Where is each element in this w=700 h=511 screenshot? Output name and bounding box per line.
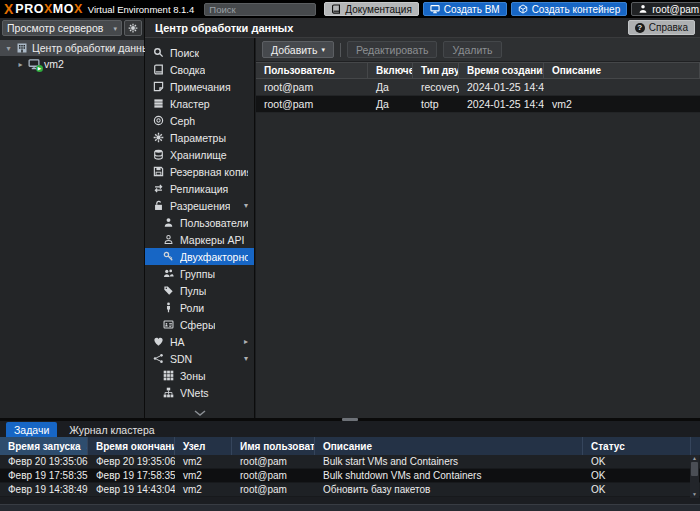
scroll-down-icon[interactable]: ▼ (692, 491, 697, 498)
nav-scroll-down-icon[interactable] (145, 410, 255, 416)
view-select[interactable]: Просмотр серверов ▾ (2, 20, 122, 36)
scroll-up-icon[interactable]: ▲ (692, 455, 697, 462)
create-vm-button[interactable]: Создать ВМ (423, 2, 507, 16)
column-header[interactable]: Описание (315, 437, 583, 455)
nav-item-person[interactable]: Роли (145, 299, 254, 316)
table-cell: 2024-01-25 14:47:48 (459, 96, 544, 112)
column-header[interactable]: Включе... (368, 63, 413, 78)
nav-item-network[interactable]: SDN▾ (145, 350, 254, 367)
table-cell: Да (368, 96, 413, 112)
nav-item-label: Сводка (170, 64, 205, 76)
table-row[interactable]: Февр 19 14:38:49Февр 19 14:43:04vm2root@… (0, 483, 700, 497)
nav-item-grid[interactable]: Зоны (145, 367, 254, 384)
nav-item-users[interactable]: Группы (145, 265, 254, 282)
global-search-input[interactable] (204, 3, 316, 16)
column-header-label: Статус (591, 441, 625, 452)
tasks-scrollbar[interactable]: ▲ ▼ (690, 455, 699, 498)
network-icon (153, 353, 165, 364)
id-card-icon (163, 319, 175, 330)
nav-item-label: Репликация (170, 183, 228, 195)
nav-item-replication[interactable]: Репликация (145, 180, 254, 197)
table-cell: root@pam (232, 455, 315, 468)
nav-item-label: Резервная копия (170, 166, 248, 178)
nav-item-user-outline[interactable]: Маркеры API (145, 231, 254, 248)
table-cell: Февр 20 19:35:06 (88, 455, 175, 468)
tab-cluster-log[interactable]: Журнал кластера (61, 422, 162, 437)
chevron-down-icon[interactable]: ▾ (4, 44, 13, 53)
column-header-label: Время создания (467, 65, 544, 76)
nav-item-save[interactable]: Резервная копия (145, 163, 254, 180)
nav-item-sitemap[interactable]: VNets (145, 384, 254, 401)
nav-item-label: Группы (180, 268, 215, 280)
nav-item-unlock[interactable]: Разрешения▾ (145, 197, 254, 214)
add-button[interactable]: Добавить ▾ (262, 41, 334, 58)
main-content: Добавить ▾ Редактировать Удалить Пользов… (256, 38, 700, 418)
tab-tasks[interactable]: Задачи (6, 422, 57, 437)
tree-settings-button[interactable] (124, 20, 142, 36)
column-header[interactable]: Пользователь (256, 63, 368, 78)
user-menu-button[interactable]: root@pam ▾ (631, 2, 700, 16)
scrollbar-thumb[interactable] (691, 462, 698, 476)
proxmox-logo: X PROXMOX Virtual Environment 8.1.4 (4, 2, 194, 16)
proxmox-logo-icon: X (4, 2, 13, 16)
table-row[interactable]: root@pamДаtotp2024-01-25 14:47:48vm2 (256, 96, 700, 113)
tree-item-label: Центр обработки данных (32, 42, 155, 54)
nav-item-label: Зоны (180, 370, 206, 382)
create-container-button[interactable]: Создать контейнер (511, 2, 628, 16)
unlock-icon (153, 200, 165, 211)
table-row[interactable]: root@pamДаrecovery2024-01-25 14:44:17 (256, 79, 700, 96)
book-icon (153, 64, 165, 75)
table-cell: vm2 (544, 96, 700, 112)
replication-icon (153, 183, 165, 194)
column-header[interactable]: Тип дву... (413, 63, 459, 78)
table-cell (544, 79, 700, 95)
tree-item-datacenter[interactable]: ▾Центр обработки данных (0, 40, 144, 56)
help-button[interactable]: ? Справка (628, 20, 695, 35)
column-header[interactable]: Время окончания (88, 437, 175, 455)
nav-item-note[interactable]: Примечания (145, 78, 254, 95)
cluster-icon (153, 98, 165, 109)
heart-icon (153, 336, 165, 347)
column-header[interactable]: Имя пользователя (232, 437, 315, 455)
documentation-button[interactable]: Документация (324, 2, 419, 16)
nav-item-label: Примечания (170, 81, 231, 93)
nav-item-user[interactable]: Пользователи (145, 214, 254, 231)
chevron-right-icon[interactable]: ▸ (16, 60, 25, 69)
nav-item-cluster[interactable]: Кластер (145, 95, 254, 112)
table-cell: vm2 (175, 469, 232, 482)
delete-button[interactable]: Удалить (443, 41, 501, 58)
table-cell: Февр 19 14:38:49 (0, 483, 88, 496)
nav-item-gear[interactable]: Параметры (145, 129, 254, 146)
column-header-label: Тип дву... (421, 65, 459, 76)
save-icon (153, 166, 165, 177)
nav-item-database[interactable]: Хранилище (145, 146, 254, 163)
add-label: Добавить (271, 44, 317, 56)
book-icon (331, 4, 341, 14)
nav-item-id-card[interactable]: Сферы (145, 316, 254, 333)
tags-icon (163, 285, 175, 296)
nav-item-tags[interactable]: Пулы (145, 282, 254, 299)
nav-item-ceph[interactable]: Ceph (145, 112, 254, 129)
chevron-right-icon: ▸ (244, 337, 248, 346)
nav-item-key[interactable]: Двухфакторность (145, 248, 254, 265)
nav-item-label: Параметры (170, 132, 226, 144)
chevron-down-icon: ▾ (244, 201, 248, 210)
sitemap-icon (163, 387, 175, 398)
tree-item-vm[interactable]: ▸▶vm2 (0, 56, 144, 72)
column-header[interactable]: Статус (583, 437, 691, 455)
column-header-label: Время окончания (96, 441, 175, 452)
column-header[interactable]: Узел (175, 437, 232, 455)
column-header[interactable]: Время запуска↓ (0, 437, 88, 455)
column-header[interactable]: Описание (544, 63, 700, 78)
column-header[interactable]: Время создания (459, 63, 544, 78)
edit-button[interactable]: Редактировать (347, 41, 438, 58)
table-cell: Февр 19 17:58:35 (88, 469, 175, 482)
nav-item-label: Пользователи (180, 217, 248, 229)
nav-item-label: HA (170, 336, 185, 348)
table-row[interactable]: Февр 20 19:35:06Февр 20 19:35:06vm2root@… (0, 455, 700, 469)
table-row[interactable]: Февр 19 17:58:35Февр 19 17:58:35vm2root@… (0, 469, 700, 483)
nav-item-search[interactable]: Поиск (145, 44, 254, 61)
nav-item-heart[interactable]: HA▸ (145, 333, 254, 350)
delete-label: Удалить (452, 44, 492, 56)
nav-item-book[interactable]: Сводка (145, 61, 254, 78)
